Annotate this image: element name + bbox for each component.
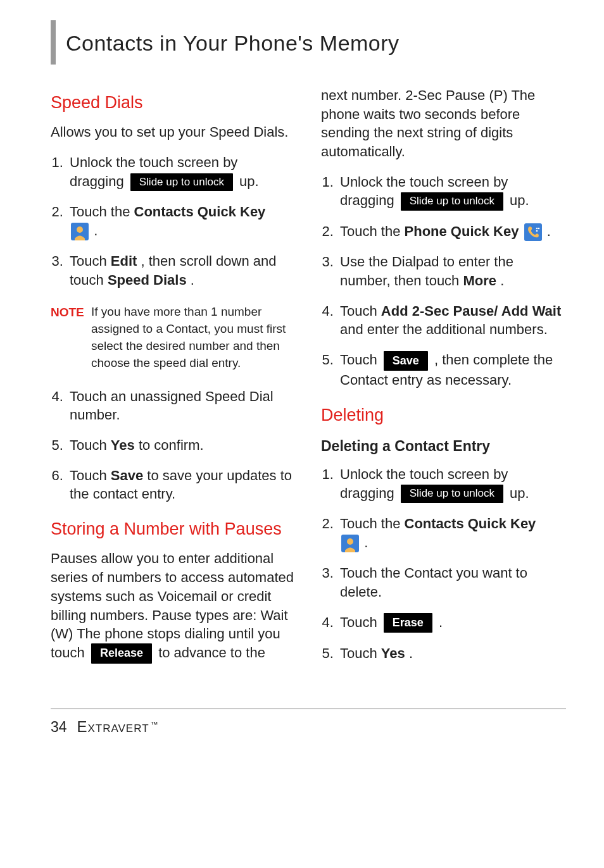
step-text: and enter the additional numbers.	[340, 321, 548, 337]
svg-rect-2	[524, 223, 542, 241]
list-item: Touch the Contact you want to delete.	[337, 564, 566, 601]
speed-dials-intro: Allows you to set up your Speed Dials.	[51, 123, 296, 142]
section-heading-pauses: Storing a Number with Pauses	[51, 518, 296, 540]
page-title-wrap: Contacts in Your Phone's Memory	[51, 23, 566, 65]
step-bold: Add 2-Sec Pause/ Add Wait	[381, 303, 561, 319]
list-item: Touch Save to save your updates to the c…	[67, 466, 296, 504]
step-text: .	[94, 223, 98, 239]
deleting-steps: Unlock the touch screen by dragging Slid…	[321, 465, 566, 663]
contacts-icon	[341, 535, 359, 552]
step-text: Touch	[340, 352, 381, 368]
page-footer: 34 Extravert™	[51, 717, 566, 737]
page-title: Contacts in Your Phone's Memory	[66, 29, 400, 58]
save-chip: Save	[384, 351, 428, 371]
list-item: Unlock the touch screen by dragging Slid…	[337, 173, 566, 211]
step-bold: Contacts Quick Key	[134, 204, 266, 220]
section-heading-deleting: Deleting	[321, 404, 566, 426]
step-text: Touch	[70, 468, 111, 483]
left-column: Speed Dials Allows you to set up your Sp…	[51, 86, 296, 677]
content-columns: Speed Dials Allows you to set up your Sp…	[51, 86, 566, 677]
body-text: to advance to the	[158, 645, 265, 660]
step-text: Touch the	[340, 516, 405, 531]
step-bold: Phone Quick Key	[405, 223, 519, 239]
step-text: up.	[510, 192, 529, 208]
section-heading-speed-dials: Speed Dials	[51, 91, 296, 114]
step-text: Touch an unassigned Speed Dial number.	[70, 388, 274, 423]
step-bold: Save	[111, 468, 143, 483]
list-item: Touch the Phone Quick Key .	[337, 222, 566, 241]
list-item: Touch Edit , then scroll down and touch …	[67, 252, 296, 289]
svg-point-7	[347, 538, 353, 545]
step-text: .	[547, 223, 551, 239]
step-bold: Yes	[381, 645, 405, 661]
pauses-intro: Pauses allow you to enter additional ser…	[51, 549, 296, 663]
step-bold: More	[463, 273, 496, 288]
step-text: Touch	[340, 645, 381, 661]
step-text: Touch	[340, 614, 381, 630]
list-item: Touch Add 2-Sec Pause/ Add Wait and ente…	[337, 302, 566, 339]
step-bold: Edit	[111, 253, 137, 269]
slide-up-chip: Slide up to unlock	[130, 173, 233, 192]
step-bold: Contacts Quick Key	[405, 516, 536, 531]
erase-chip: Erase	[384, 613, 432, 633]
step-text: Touch the	[340, 223, 405, 239]
body-text: Pauses allow you to enter additional ser…	[51, 550, 294, 660]
step-text: .	[500, 273, 504, 288]
list-item: Unlock the touch screen by dragging Slid…	[337, 465, 566, 503]
list-item: Touch Yes .	[337, 644, 566, 663]
svg-point-4	[538, 228, 539, 230]
note-label: NOTE	[51, 304, 91, 372]
note-body: If you have more than 1 number assigned …	[91, 304, 296, 372]
step-bold: Speed Dials	[108, 272, 187, 288]
right-column: next number. 2-Sec Pause (P) The phone w…	[321, 86, 566, 677]
contacts-icon	[71, 223, 89, 240]
pauses-intro-cont: next number. 2-Sec Pause (P) The phone w…	[321, 86, 566, 161]
step-text: .	[439, 614, 443, 630]
step-text: Touch	[70, 253, 111, 269]
svg-point-3	[536, 228, 538, 230]
manual-page: Contacts in Your Phone's Memory Speed Di…	[0, 0, 604, 868]
footer-rule	[51, 709, 566, 709]
speed-dials-steps: Unlock the touch screen by dragging Slid…	[51, 153, 296, 290]
step-text: .	[191, 272, 194, 288]
list-item: Unlock the touch screen by dragging Slid…	[67, 153, 296, 191]
list-item: Touch the Contacts Quick Key .	[337, 514, 566, 552]
list-item: Touch an unassigned Speed Dial number.	[67, 387, 296, 425]
subheading-deleting-entry: Deleting a Contact Entry	[321, 437, 566, 456]
title-accent-bar	[51, 20, 56, 65]
note-block: NOTE If you have more than 1 number assi…	[51, 304, 296, 372]
release-chip: Release	[91, 643, 152, 663]
list-item: Touch the Contacts Quick Key .	[67, 202, 296, 240]
step-text: to confirm.	[139, 437, 204, 453]
step-text: up.	[510, 485, 529, 501]
svg-point-1	[77, 226, 83, 233]
step-text: up.	[239, 173, 259, 189]
speed-dials-steps-cont: Touch an unassigned Speed Dial number. T…	[51, 387, 296, 504]
step-bold: Yes	[111, 437, 135, 453]
list-item: Use the Dialpad to enter the number, the…	[337, 252, 566, 290]
trademark-symbol: ™	[151, 720, 158, 729]
slide-up-chip: Slide up to unlock	[401, 485, 503, 503]
step-text: Touch	[340, 303, 381, 319]
brand-name: Extravert	[77, 718, 149, 735]
pauses-steps: Unlock the touch screen by dragging Slid…	[321, 173, 566, 390]
step-text: .	[409, 645, 413, 661]
list-item: Touch Save , then complete the Contact e…	[337, 350, 566, 390]
step-text: Touch	[70, 437, 111, 453]
page-number: 34	[51, 719, 67, 735]
slide-up-chip: Slide up to unlock	[401, 192, 503, 211]
svg-point-5	[536, 230, 538, 232]
list-item: Touch Yes to confirm.	[67, 436, 296, 455]
step-text: Touch the Contact you want to delete.	[340, 565, 527, 600]
step-text: Touch the	[70, 204, 134, 220]
phone-icon	[524, 223, 542, 241]
step-text: .	[364, 535, 368, 550]
list-item: Touch Erase .	[337, 613, 566, 633]
